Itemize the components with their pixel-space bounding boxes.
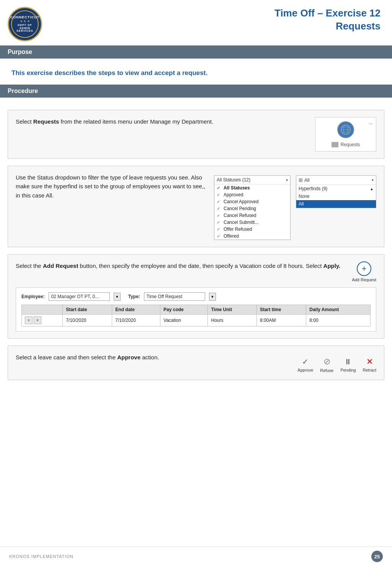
step4-visual: ✓ Approve ⊘ Refuse ⏸ Pending ✕ Retract <box>297 353 376 373</box>
employee-input[interactable]: 02 Manager OT PT, 0... <box>49 292 110 301</box>
check-icon: ✓ <box>217 199 222 204</box>
retract-icon: ✕ <box>366 357 373 366</box>
row-btn-group: + × <box>25 316 59 324</box>
pay-code-cell: Vacation <box>160 315 208 326</box>
refuse-label: Refuse <box>320 368 333 373</box>
dropdown-item-offer-refused[interactable]: ✓ Offer Refused <box>214 226 290 233</box>
check-icon: ✓ <box>217 220 222 225</box>
requests-icon-box: → Requests <box>315 117 376 152</box>
hyperfind-all[interactable]: All <box>296 200 376 208</box>
employee-dropdown-btn[interactable]: ▾ <box>114 293 121 301</box>
step4-text: Select a leave case and then select the … <box>16 353 290 362</box>
request-table-area: Employee: 02 Manager OT PT, 0... ▾ Type:… <box>16 287 376 331</box>
hyperfind-up-icon: ▲ <box>370 187 374 191</box>
logo-subtext: DEPT OFADMIN SERVICES <box>12 24 38 33</box>
logo-text: CONNECTICUT <box>10 16 40 20</box>
dropdown-item-cancel-approved[interactable]: ✓ Cancel Approved <box>214 198 290 205</box>
employee-row: Employee: 02 Manager OT PT, 0... ▾ Type:… <box>21 292 371 301</box>
step2-box: Use the Status dropdown to filter the ty… <box>8 166 384 247</box>
refuse-btn[interactable]: ⊘ Refuse <box>320 357 333 373</box>
status-dropdown[interactable]: All Statuses (12) ▾ ✓ All Statuses ✓ App… <box>214 175 291 240</box>
purpose-section: This exercise describes the steps to vie… <box>0 59 392 81</box>
procedure-section-header: Procedure <box>0 85 392 98</box>
dropdown-title: All Statuses (12) <box>217 177 250 183</box>
step1-bold: Requests <box>33 118 59 125</box>
col-header-pay-code: Pay code <box>160 305 208 315</box>
retract-label: Retract <box>363 368 376 372</box>
start-time-cell: 8:00AM <box>257 315 306 326</box>
footer-company: KRONOS IMPLEMENTATION <box>9 554 74 559</box>
table-row: + × 7/10/2020 7/10/2020 Vacation Hours 8… <box>22 315 371 326</box>
step3-box: Select the Add Request button, then spec… <box>8 254 384 339</box>
check-icon: ✓ <box>217 192 222 197</box>
end-date-cell: 7/10/2020 <box>112 315 160 326</box>
pending-btn[interactable]: ⏸ Pending <box>340 357 356 372</box>
dropdown-item-all-statuses[interactable]: ✓ All Statuses <box>214 184 290 191</box>
step1-text: Select Requests from the related items m… <box>16 117 307 126</box>
col-header-actions <box>22 305 63 315</box>
dropdown-item-cancel-refused[interactable]: ✓ Cancel Refused <box>214 212 290 219</box>
hyperfind-box: ⊞ All ▾ Hyperfinds (9) ▲ None <box>296 175 376 208</box>
pending-label: Pending <box>340 368 356 372</box>
check-icon: ✓ <box>217 206 222 211</box>
page-title: Time Off – Exercise 12 Requests <box>274 7 381 33</box>
requests-small-icon <box>332 142 338 147</box>
hyperfind-dropdown-icon: ▾ <box>372 178 374 182</box>
hyperfind-none[interactable]: None <box>296 192 376 200</box>
col-header-daily-amount: Daily Amount <box>306 305 371 315</box>
page-title-block: Time Off – Exercise 12 Requests <box>274 7 381 33</box>
arrow-right-icon: → <box>368 121 373 127</box>
requests-label-row: Requests <box>332 142 360 147</box>
dropdown-item-cancel-submitt[interactable]: ✓ Cancel Submitt... <box>214 219 290 226</box>
col-header-end-date: End date <box>112 305 160 315</box>
logo-stars: ★ ★ ★ <box>20 20 29 23</box>
logo: CONNECTICUT ★ ★ ★ DEPT OFADMIN SERVICES <box>8 7 42 41</box>
dropdown-item-offered[interactable]: ✓ Offered <box>214 233 290 240</box>
dropdown-item-approved[interactable]: ✓ Approved <box>214 191 290 198</box>
approve-actions: ✓ Approve ⊘ Refuse ⏸ Pending ✕ Retract <box>297 357 376 373</box>
type-dropdown-btn[interactable]: ▾ <box>209 293 216 301</box>
add-request-label: Add Request <box>352 277 376 282</box>
purpose-section-header: Purpose <box>0 46 392 59</box>
step3-bold2: Apply. <box>323 263 341 269</box>
request-table: Start date End date Pay code Time Unit S… <box>21 305 371 326</box>
globe-icon <box>337 121 354 138</box>
approve-label: Approve <box>297 368 313 372</box>
approve-btn[interactable]: ✓ Approve <box>297 357 313 372</box>
employee-label: Employee: <box>21 294 45 299</box>
add-row-btn[interactable]: + <box>25 316 33 324</box>
step2-text: Use the Status dropdown to filter the ty… <box>16 173 206 200</box>
approve-icon: ✓ <box>302 357 309 366</box>
type-label: Type: <box>128 294 140 299</box>
dropdown-arrow-icon: ▾ <box>286 178 288 182</box>
step4-box: Select a leave case and then select the … <box>8 346 384 380</box>
type-input[interactable]: Time Off Request <box>144 292 205 301</box>
row-actions-cell: + × <box>22 315 63 326</box>
step2-visual: All Statuses (12) ▾ ✓ All Statuses ✓ App… <box>214 173 376 240</box>
remove-row-btn[interactable]: × <box>34 316 41 324</box>
add-request-visual: + Add Request <box>352 261 376 282</box>
daily-amount-cell: 8:00 <box>306 315 371 326</box>
step4-bold: Approve <box>117 354 140 360</box>
step3-bold1: Add Request <box>43 263 78 269</box>
check-icon: ✓ <box>217 186 222 191</box>
check-icon: ✓ <box>217 227 222 232</box>
add-request-button[interactable]: + <box>357 261 371 276</box>
grid-icon: ⊞ <box>299 177 303 183</box>
pending-icon: ⏸ <box>344 357 352 366</box>
purpose-label: Purpose <box>8 49 32 55</box>
step1-box: Select Requests from the related items m… <box>8 110 384 159</box>
procedure-section: Select Requests from the related items m… <box>0 98 392 395</box>
time-unit-cell: Hours <box>208 315 257 326</box>
step1-visual: → Requests <box>315 117 376 152</box>
page-number-badge: 25 <box>371 551 383 562</box>
purpose-description: This exercise describes the steps to vie… <box>11 69 381 77</box>
procedure-label: Procedure <box>8 88 38 94</box>
hyperfind-header-row: ⊞ All ▾ <box>296 176 376 185</box>
col-header-start-date: Start date <box>63 305 112 315</box>
col-header-start-time: Start time <box>257 305 306 315</box>
dropdown-item-cancel-pending[interactable]: ✓ Cancel Pending <box>214 205 290 212</box>
retract-btn[interactable]: ✕ Retract <box>363 357 376 372</box>
hyperfind-title: Hyperfinds (9) ▲ <box>296 185 376 192</box>
start-date-cell: 7/10/2020 <box>63 315 112 326</box>
